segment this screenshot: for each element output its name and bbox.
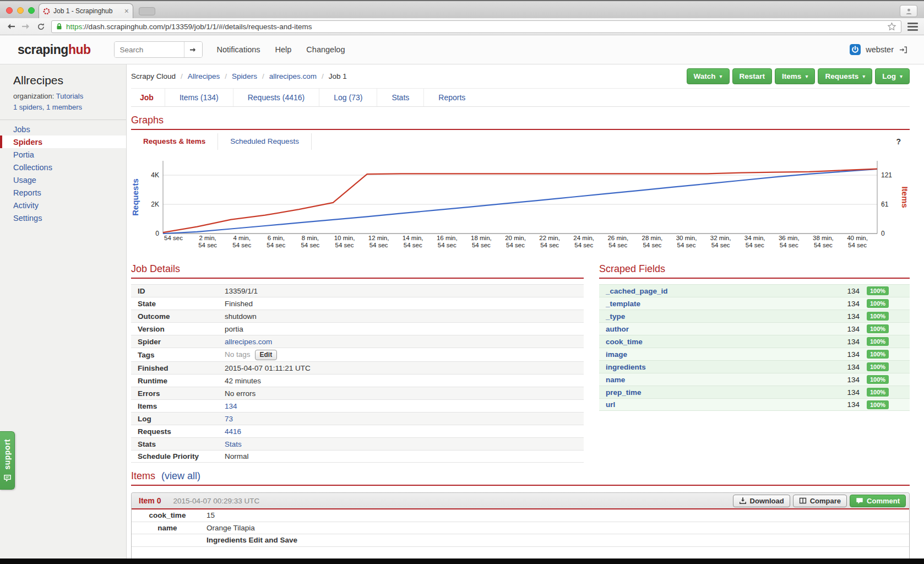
- new-tab-button[interactable]: [139, 7, 155, 15]
- tab-stats[interactable]: Stats: [377, 89, 423, 106]
- username[interactable]: webster: [866, 45, 894, 54]
- tab-job[interactable]: Job: [131, 89, 165, 106]
- right-tick-label: 61: [881, 200, 889, 208]
- sidebar-item-settings[interactable]: Settings: [0, 212, 126, 224]
- tab-requests-4416[interactable]: Requests (4416): [233, 89, 319, 106]
- arrow-right-icon: [189, 47, 197, 53]
- url-text: https://dash.scrapinghub.com/p/13359/job…: [66, 23, 312, 31]
- field-count: 134: [829, 376, 860, 384]
- window-close-button[interactable]: [6, 7, 13, 14]
- forward-icon[interactable]: [21, 23, 31, 30]
- job-detail-value: Normal: [225, 452, 584, 460]
- app-header: scrapinghub NotificationsHelpChangelog w…: [0, 35, 924, 64]
- support-tab[interactable]: support: [0, 431, 15, 490]
- left-tick-label: 0: [155, 230, 159, 237]
- action-button-restart[interactable]: Restart: [732, 68, 773, 84]
- scraped-field-row-_cached_page_id: _cached_page_id134100%: [599, 284, 910, 297]
- action-button-requests[interactable]: Requests▾: [818, 68, 872, 84]
- graphs-help-button[interactable]: ?: [896, 137, 901, 146]
- job-tabs: JobItems (134)Requests (4416)Log (73)Sta…: [131, 89, 910, 107]
- back-icon[interactable]: [6, 23, 15, 30]
- job-detail-link[interactable]: Stats: [225, 440, 242, 448]
- reload-icon[interactable]: [37, 23, 45, 31]
- field-link[interactable]: prep_time: [599, 388, 829, 397]
- graph-tab-scheduled-requests[interactable]: Scheduled Requests: [218, 133, 312, 150]
- tab-reports[interactable]: Reports: [423, 89, 480, 106]
- x-tick-label: 18 min,54 sec: [471, 235, 492, 248]
- sidebar-item-collections[interactable]: Collections: [0, 161, 126, 173]
- edit-tags-button[interactable]: Edit: [255, 350, 278, 360]
- action-button-log[interactable]: Log▾: [875, 68, 910, 84]
- job-detail-link[interactable]: 134: [225, 402, 237, 410]
- job-detail-link[interactable]: 73: [225, 415, 233, 423]
- search-submit-button[interactable]: [184, 42, 202, 57]
- header-link-help[interactable]: Help: [275, 45, 292, 54]
- job-detail-label: Version: [131, 325, 225, 333]
- job-detail-row-outcome: Outcomeshutdown: [131, 310, 584, 322]
- items-title-rule: [131, 485, 910, 486]
- x-tick-label: 38 min,54 sec: [813, 235, 834, 248]
- view-all-link[interactable]: (view all): [161, 470, 200, 481]
- field-link[interactable]: author: [599, 325, 829, 333]
- breadcrumb-separator: /: [181, 72, 183, 80]
- scraped-field-row-cook_time: cook_time134100%: [599, 335, 910, 348]
- job-detail-label: Requests: [131, 427, 225, 436]
- job-detail-row-items: Items134: [131, 399, 584, 412]
- field-link[interactable]: url: [599, 400, 829, 409]
- header-link-notifications[interactable]: Notifications: [217, 45, 260, 54]
- search-input[interactable]: [115, 42, 184, 57]
- action-button-items[interactable]: Items▾: [775, 68, 815, 84]
- item-fields-table: cook_time15nameOrange TilapiaIngredients…: [132, 509, 909, 547]
- sidebar-item-portia[interactable]: Portia: [0, 148, 126, 161]
- field-link[interactable]: _cached_page_id: [599, 287, 829, 295]
- field-link[interactable]: name: [599, 376, 829, 384]
- bottom-bar: [0, 558, 924, 564]
- organization-link[interactable]: Tutorials: [56, 92, 83, 100]
- breadcrumb-allrecipes[interactable]: Allrecipes: [188, 72, 220, 80]
- browser-menu-icon[interactable]: [907, 23, 918, 31]
- job-detail-link[interactable]: allrecipes.com: [225, 338, 272, 346]
- chart-svg: 02K4K06112154 sec2 min,54 sec4 min,54 se…: [131, 156, 909, 251]
- breadcrumb-spiders[interactable]: Spiders: [232, 72, 257, 80]
- url-bar[interactable]: https://dash.scrapinghub.com/p/13359/job…: [51, 20, 901, 33]
- caret-down-icon: ▾: [900, 74, 903, 79]
- tab-close-icon[interactable]: ×: [124, 7, 129, 15]
- coverage-badge: 100%: [867, 362, 889, 371]
- job-detail-row-errors: ErrorsNo errors: [131, 387, 584, 399]
- window-minimize-button[interactable]: [17, 7, 24, 14]
- sidebar-item-activity[interactable]: Activity: [0, 199, 126, 212]
- field-link[interactable]: image: [599, 350, 829, 359]
- header-link-changelog[interactable]: Changelog: [306, 45, 345, 54]
- window-zoom-button[interactable]: [28, 7, 35, 14]
- sidebar-item-reports[interactable]: Reports: [0, 186, 126, 199]
- sidebar-item-spiders[interactable]: Spiders: [0, 135, 126, 148]
- browser-profile-button[interactable]: [900, 5, 917, 17]
- browser-tab[interactable]: Job 1 - Scrapinghub ×: [39, 3, 133, 18]
- scrapinghub-logo[interactable]: scrapinghub: [18, 42, 91, 57]
- sidebar-menu: JobsSpidersPortiaCollectionsUsageReports…: [0, 120, 126, 227]
- item-timestamp: 2015-04-07 00:29:33 UTC: [173, 497, 259, 505]
- field-link[interactable]: _type: [599, 312, 829, 321]
- tab-items-134[interactable]: Items (134): [165, 89, 233, 106]
- comment-button[interactable]: Comment: [850, 495, 906, 507]
- project-meta-link[interactable]: 1 spiders, 1 members: [13, 103, 82, 111]
- compare-button[interactable]: Compare: [793, 495, 847, 507]
- bookmark-star-icon[interactable]: [887, 22, 896, 31]
- action-button-watch[interactable]: Watch▾: [687, 68, 730, 84]
- field-link[interactable]: cook_time: [599, 338, 829, 346]
- job-detail-value: 2015-04-07 01:11:21 UTC: [225, 364, 584, 372]
- graph-tab-requests-items[interactable]: Requests & Items: [131, 133, 218, 150]
- sidebar-item-jobs[interactable]: Jobs: [0, 123, 126, 135]
- download-button[interactable]: Download: [733, 495, 790, 507]
- x-tick-label: 2 min,54 sec: [198, 235, 217, 248]
- field-link[interactable]: _template: [599, 300, 829, 308]
- job-detail-label: Stats: [131, 440, 225, 448]
- sidebar-item-usage[interactable]: Usage: [0, 173, 126, 186]
- breadcrumb-allrecipes-com[interactable]: allrecipes.com: [269, 72, 317, 80]
- job-detail-link[interactable]: 4416: [225, 427, 241, 436]
- logout-icon[interactable]: [899, 46, 907, 54]
- compare-icon: [799, 497, 807, 505]
- field-link[interactable]: ingredients: [599, 363, 829, 371]
- tab-log-73[interactable]: Log (73): [319, 89, 377, 106]
- job-detail-row-finished: Finished2015-04-07 01:11:21 UTC: [131, 361, 584, 374]
